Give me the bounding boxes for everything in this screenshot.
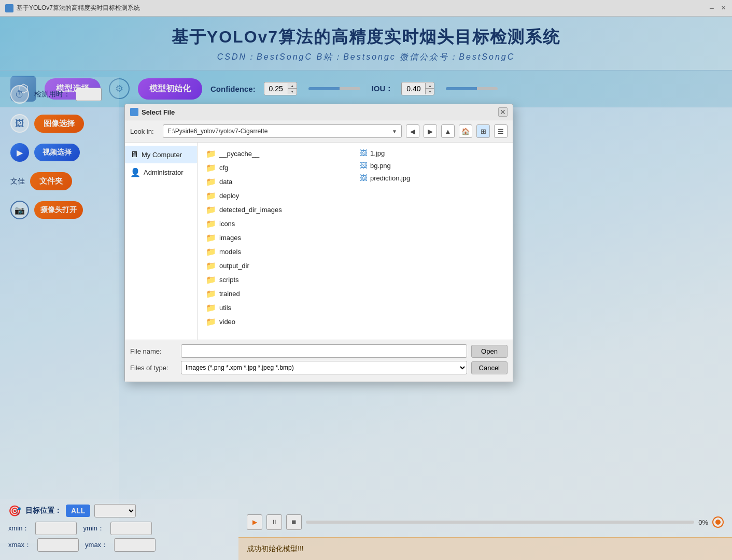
folder-icon: 📁 bbox=[206, 247, 216, 257]
folder-deploy[interactable]: 📁 deploy bbox=[202, 189, 355, 203]
file-bgpng-label: bg.png bbox=[370, 162, 391, 170]
folder-icons-label: icons bbox=[219, 220, 235, 228]
folder-pycache[interactable]: 📁 __pycache__ bbox=[202, 147, 355, 161]
folder-icon: 📁 bbox=[206, 317, 216, 327]
folder-deploy-label: deploy bbox=[219, 192, 239, 200]
bookmark-my-computer-label: My Computer bbox=[142, 151, 182, 159]
file-predictionjpg-label: prediction.jpg bbox=[370, 174, 410, 182]
lookin-path-text: E:\Pyside6_yolov7\yolov7-Cigarrette bbox=[167, 128, 268, 135]
folder-video[interactable]: 📁 video bbox=[202, 315, 355, 329]
nav-back-button[interactable]: ◀ bbox=[406, 124, 419, 138]
filetype-label: Files of type: bbox=[130, 364, 177, 372]
folder-images[interactable]: 📁 images bbox=[202, 231, 355, 245]
file-1jpg[interactable]: 🖼 1.jpg bbox=[356, 147, 509, 159]
view-grid-button[interactable]: ⊞ bbox=[476, 124, 490, 138]
folder-utils-label: utils bbox=[219, 304, 231, 312]
folder-icon: 📁 bbox=[206, 177, 216, 187]
bookmarks-panel: 🖥 My Computer 👤 Administrator bbox=[125, 143, 198, 340]
folder-icon: 📁 bbox=[206, 191, 216, 201]
folder-output-label: output_dir bbox=[219, 262, 249, 270]
folder-models-label: models bbox=[219, 248, 241, 256]
folder-cfg[interactable]: 📁 cfg bbox=[202, 161, 355, 175]
view-list-button[interactable]: ☰ bbox=[494, 124, 508, 138]
lookin-path-dropdown[interactable]: ▼ bbox=[392, 129, 397, 134]
folder-icon: 📁 bbox=[206, 303, 216, 313]
folder-models[interactable]: 📁 models bbox=[202, 245, 355, 259]
folder-cfg-label: cfg bbox=[219, 164, 228, 172]
folder-pycache-label: __pycache__ bbox=[219, 150, 259, 158]
folder-icon: 📁 bbox=[206, 275, 216, 285]
dialog-title: Select File bbox=[142, 108, 175, 116]
file-dialog: Select File ✕ Look in: E:\Pyside6_yolov7… bbox=[124, 104, 513, 382]
folder-icon: 📁 bbox=[206, 163, 216, 173]
folder-icon: 📁 bbox=[206, 205, 216, 215]
folder-images-label: images bbox=[219, 234, 241, 242]
folder-video-label: video bbox=[219, 318, 235, 326]
folder-utils[interactable]: 📁 utils bbox=[202, 301, 355, 315]
open-button[interactable]: Open bbox=[471, 345, 508, 358]
folder-detected-dir-images[interactable]: 📁 detected_dir_images bbox=[202, 203, 355, 217]
filename-row: File name: Open bbox=[130, 344, 508, 358]
folder-icon: 📁 bbox=[206, 149, 216, 159]
filename-label: File name: bbox=[130, 347, 177, 355]
dialog-close-button[interactable]: ✕ bbox=[498, 107, 508, 117]
folder-data[interactable]: 📁 data bbox=[202, 175, 355, 189]
computer-icon: 🖥 bbox=[130, 150, 138, 159]
user-icon: 👤 bbox=[130, 167, 140, 177]
folder-icon: 📁 bbox=[206, 219, 216, 229]
folder-icons[interactable]: 📁 icons bbox=[202, 217, 355, 231]
folder-detected-label: detected_dir_images bbox=[219, 206, 282, 214]
filetype-select[interactable]: Images (*.png *.xpm *.jpg *.jpeg *.bmp) bbox=[181, 361, 467, 374]
nav-home-button[interactable]: 🏠 bbox=[459, 124, 472, 138]
dialog-icon bbox=[130, 108, 138, 116]
folder-trained-label: trained bbox=[219, 290, 240, 298]
lookin-path-box[interactable]: E:\Pyside6_yolov7\yolov7-Cigarrette ▼ bbox=[163, 124, 402, 138]
files-panel: 📁 __pycache__ 📁 cfg 📁 data 📁 bbox=[198, 143, 513, 340]
filetype-row: Files of type: Images (*.png *.xpm *.jpg… bbox=[130, 361, 508, 374]
folder-trained[interactable]: 📁 trained bbox=[202, 287, 355, 301]
folder-icon: 📁 bbox=[206, 289, 216, 299]
dialog-overlay: Select File ✕ Look in: E:\Pyside6_yolov7… bbox=[0, 0, 732, 560]
files-grid: 📁 __pycache__ 📁 cfg 📁 data 📁 bbox=[200, 145, 511, 331]
image-file-icon: 🖼 bbox=[360, 174, 367, 182]
nav-up-button[interactable]: ▲ bbox=[441, 124, 455, 138]
bookmark-administrator[interactable]: 👤 Administrator bbox=[125, 163, 197, 181]
image-file-icon: 🖼 bbox=[360, 149, 367, 157]
cancel-button[interactable]: Cancel bbox=[471, 361, 508, 374]
folder-output-dir[interactable]: 📁 output_dir bbox=[202, 259, 355, 273]
dialog-body: 🖥 My Computer 👤 Administrator 📁 __pycach… bbox=[125, 143, 513, 340]
bookmark-administrator-label: Administrator bbox=[144, 169, 184, 176]
lookin-bar: Look in: E:\Pyside6_yolov7\yolov7-Cigarr… bbox=[125, 120, 513, 143]
dialog-title-bar: Select File ✕ bbox=[125, 104, 513, 120]
lookin-label: Look in: bbox=[130, 128, 159, 135]
file-bgpng[interactable]: 🖼 bg.png bbox=[356, 159, 509, 172]
bookmark-my-computer[interactable]: 🖥 My Computer bbox=[125, 146, 197, 163]
folder-scripts-label: scripts bbox=[219, 276, 239, 284]
folder-scripts[interactable]: 📁 scripts bbox=[202, 273, 355, 287]
folder-icon: 📁 bbox=[206, 261, 216, 271]
folder-icon: 📁 bbox=[206, 233, 216, 243]
image-file-icon: 🖼 bbox=[360, 161, 367, 170]
file-predictionjpg[interactable]: 🖼 prediction.jpg bbox=[356, 172, 509, 184]
dialog-footer: File name: Open Files of type: Images (*… bbox=[125, 340, 513, 382]
file-1jpg-label: 1.jpg bbox=[370, 149, 385, 157]
nav-forward-button[interactable]: ▶ bbox=[424, 124, 437, 138]
filename-input[interactable] bbox=[181, 344, 467, 358]
folder-data-label: data bbox=[219, 178, 232, 186]
